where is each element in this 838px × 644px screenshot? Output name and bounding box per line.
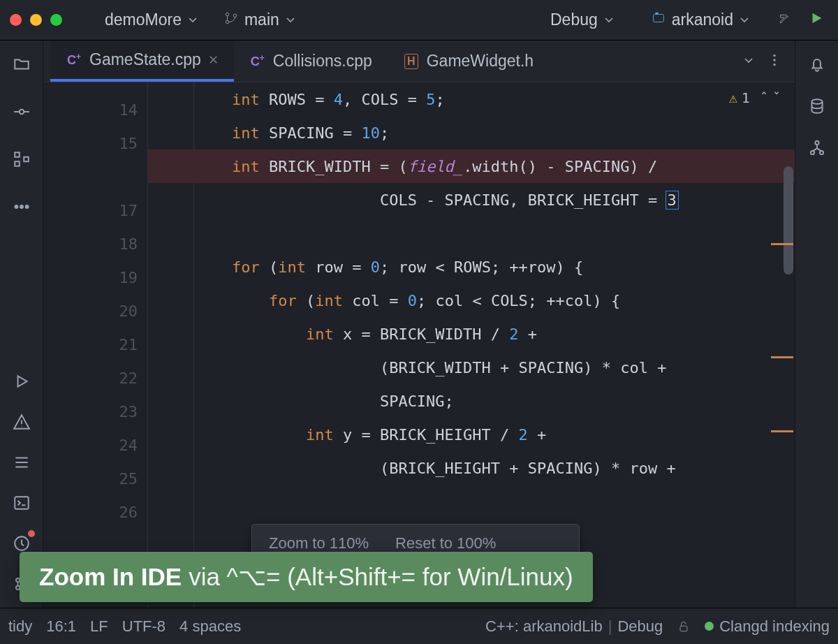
commit-tool-button[interactable] (6, 96, 37, 127)
cpp-file-icon: C+ (66, 52, 82, 68)
target-selector[interactable]: arkanoid (647, 8, 754, 33)
svg-point-9 (15, 205, 17, 208)
right-tool-rail (795, 41, 838, 608)
shortcut-tooltip: Zoom In IDE via ^⌥= (Alt+Shift+= for Win… (20, 552, 593, 602)
hammer-icon (778, 10, 793, 30)
database-tool-button[interactable] (802, 91, 832, 122)
zoom-option[interactable]: Zoom to 110% (269, 534, 369, 552)
line-number: 23 (43, 395, 147, 429)
svg-point-23 (819, 151, 823, 154)
svg-rect-3 (653, 14, 663, 22)
svg-point-2 (233, 14, 236, 17)
project-name: demoMore (105, 10, 182, 29)
notifications-button[interactable] (802, 49, 832, 80)
tooltip-title: Zoom In IDE (39, 563, 182, 591)
line-number: 20 (43, 295, 147, 328)
project-selector[interactable]: demoMore (101, 8, 203, 32)
status-tidy[interactable]: tidy (8, 617, 32, 636)
todo-tool-button[interactable] (6, 447, 37, 478)
status-context[interactable]: C++: arkanoidLib | Debug (485, 617, 663, 636)
maximize-window-icon[interactable] (50, 14, 62, 26)
line-number: 15 (43, 127, 147, 161)
run-config-selector[interactable]: Debug (546, 8, 619, 32)
status-encoding[interactable]: UTF-8 (122, 617, 166, 636)
tab-label: GameState.cpp (89, 50, 201, 69)
status-line-ending[interactable]: LF (90, 617, 108, 636)
h-file-icon: H (403, 53, 420, 70)
svg-rect-4 (655, 12, 658, 14)
status-lock-icon[interactable] (677, 620, 691, 634)
project-tool-button[interactable] (6, 49, 37, 80)
more-icon[interactable] (767, 52, 782, 71)
executable-icon (651, 10, 666, 30)
svg-point-10 (20, 205, 23, 208)
line-number: 14 (43, 94, 147, 127)
branch-icon (223, 10, 239, 30)
svg-point-0 (226, 13, 228, 15)
svg-point-1 (226, 20, 228, 23)
config-name: Debug (550, 10, 598, 29)
tab-collisions[interactable]: C+ Collisions.cpp (234, 41, 388, 82)
line-number: 19 (43, 261, 147, 295)
svg-point-19 (773, 63, 775, 65)
cpp-file-icon: C+ (249, 53, 266, 70)
marker-stripe[interactable] (771, 430, 793, 432)
target-name: arkanoid (672, 10, 733, 29)
close-window-icon[interactable] (10, 14, 22, 26)
titlebar: demoMore main Debug arkanoid (0, 0, 838, 41)
svg-point-18 (773, 59, 775, 61)
tooltip-text: via ^⌥= (Alt+Shift+= for Win/Linux) (189, 563, 573, 591)
svg-point-17 (773, 54, 775, 56)
marker-stripe[interactable] (771, 243, 793, 245)
tab-label: Collisions.cpp (273, 52, 372, 71)
svg-point-14 (15, 578, 19, 582)
svg-point-21 (815, 141, 818, 145)
structure-tool-button[interactable] (6, 144, 37, 175)
status-clangd[interactable]: Clangd indexing (705, 617, 830, 636)
marker-stripe[interactable] (771, 356, 793, 358)
chevron-down-icon (285, 10, 296, 29)
close-icon[interactable]: ✕ (208, 52, 219, 68)
editor-scrollbar[interactable] (784, 166, 793, 275)
line-number (43, 161, 147, 194)
line-number: 17 (43, 194, 147, 228)
svg-point-5 (19, 110, 24, 115)
minimize-window-icon[interactable] (30, 14, 42, 26)
problems-tool-button[interactable] (6, 407, 37, 437)
window-controls (10, 14, 62, 26)
status-indent[interactable]: 4 spaces (179, 617, 241, 636)
line-number: 18 (43, 228, 147, 261)
svg-rect-8 (24, 157, 29, 162)
zoom-option[interactable]: Reset to 100% (395, 534, 496, 552)
terminal-tool-button[interactable] (6, 488, 37, 518)
build-button[interactable] (774, 8, 797, 33)
branch-selector[interactable]: main (219, 8, 300, 33)
chevron-down-icon (603, 10, 615, 29)
chevron-down-icon (739, 10, 750, 29)
line-number: 26 (43, 496, 147, 529)
status-caret-pos[interactable]: 16:1 (46, 617, 76, 636)
line-number: 22 (43, 362, 147, 395)
play-icon (809, 10, 824, 30)
line-number: 25 (43, 462, 147, 496)
svg-rect-12 (15, 497, 29, 508)
hierarchy-tool-button[interactable] (802, 133, 832, 163)
line-number: 21 (43, 328, 147, 362)
tab-gamestate[interactable]: C+ GameState.cpp ✕ (50, 41, 234, 82)
status-bar: tidy 16:1 LF UTF-8 4 spaces C++: arkanoi… (0, 608, 838, 644)
chevron-down-icon (187, 10, 198, 29)
chevron-down-icon[interactable] (743, 54, 754, 68)
svg-point-15 (15, 586, 19, 590)
left-tool-rail (0, 41, 43, 608)
gutter[interactable]: 14 15 17 18 19 20 21 22 23 24 25 26 (43, 82, 148, 608)
more-tool-button[interactable] (6, 191, 37, 222)
svg-point-11 (25, 205, 28, 208)
run-button[interactable] (804, 8, 828, 33)
svg-rect-24 (680, 626, 687, 631)
svg-rect-7 (15, 161, 20, 166)
run-tool-button[interactable] (6, 366, 37, 397)
tab-gamewidget[interactable]: H GameWidget.h (388, 41, 549, 82)
editor-tabs: C+ GameState.cpp ✕ C+ Collisions.cpp H G… (43, 41, 795, 82)
svg-point-22 (810, 151, 814, 154)
branch-name: main (244, 10, 279, 29)
